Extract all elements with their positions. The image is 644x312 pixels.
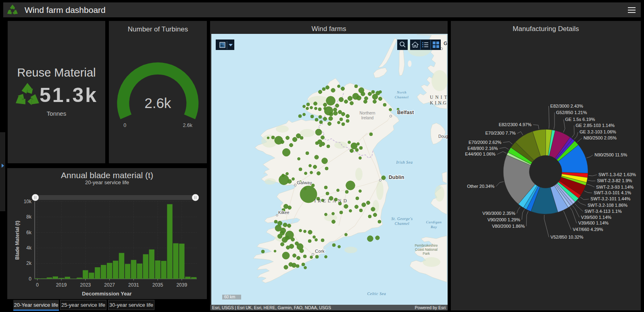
svg-text:SWT-3.4-113 1.1%: SWT-3.4-113 1.1% — [585, 209, 622, 214]
svg-text:SWT-3.2-108 1.86%: SWT-3.2-108 1.86% — [588, 203, 627, 208]
svg-text:SWT-2.3-82 1.9%: SWT-2.3-82 1.9% — [597, 178, 632, 183]
svg-text:E70/2300 7.7%: E70/2300 7.7% — [485, 131, 515, 135]
svg-text:GE 2.85-103 1.14%: GE 2.85-103 1.14% — [576, 123, 615, 128]
svg-text:E48/800 2.16%: E48/800 2.16% — [467, 146, 498, 151]
svg-text:G52/850 1.21%: G52/850 1.21% — [556, 110, 587, 115]
svg-text:E70/2000 2.62%: E70/2000 2.62% — [469, 140, 502, 145]
svg-text:SWT-1.3-62 1.63%: SWT-1.3-62 1.63% — [598, 172, 636, 177]
svg-text:E82/3000 2.43%: E82/3000 2.43% — [550, 104, 584, 108]
svg-text:N80/2500 2.05%: N80/2500 2.05% — [584, 135, 617, 140]
svg-text:V39/500 1.14%: V39/500 1.14% — [581, 215, 611, 220]
svg-text:V47/660 4.29%: V47/660 4.29% — [573, 227, 603, 232]
svg-text:V90/3000 2.35%: V90/3000 2.35% — [482, 211, 515, 216]
svg-text:V80/2000 1.86%: V80/2000 1.86% — [492, 224, 525, 229]
svg-text:V90/2000 1.29%: V90/2000 1.29% — [488, 217, 521, 222]
svg-text:N90/2500 11.5%: N90/2500 11.5% — [594, 152, 627, 157]
svg-text:GE 1.5s 6.19%: GE 1.5s 6.19% — [565, 117, 595, 122]
svg-text:SWT-2.3-93 1.14%: SWT-2.3-93 1.14% — [596, 185, 634, 189]
svg-text:Other 20.34%: Other 20.34% — [467, 184, 494, 189]
svg-text:E82/2300 4.97%: E82/2300 4.97% — [499, 122, 532, 127]
svg-text:SWT-3.0-101 4.1%: SWT-3.0-101 4.1% — [594, 190, 631, 195]
svg-text:SWT-3.2-101 1.44%: SWT-3.2-101 1.44% — [590, 196, 630, 201]
svg-text:GE 3.2-103 1.06%: GE 3.2-103 1.06% — [579, 129, 616, 134]
svg-text:E44/900 1.06%: E44/900 1.06% — [465, 152, 495, 156]
svg-text:V52/850 10.32%: V52/850 10.32% — [550, 235, 584, 239]
svg-text:V39/600 1.14%: V39/600 1.14% — [578, 220, 609, 225]
